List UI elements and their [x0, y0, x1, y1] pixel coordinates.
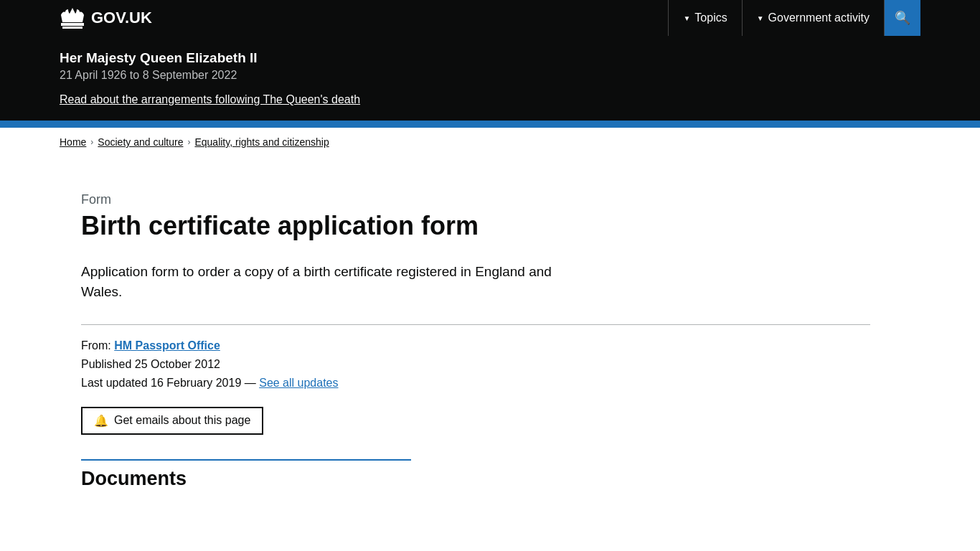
page-title: Birth certificate application form [81, 212, 612, 240]
gov-activity-button[interactable]: ▼ Government activity [743, 0, 884, 36]
breadcrumb-separator-2: › [183, 137, 194, 147]
dash-separator: — [245, 377, 259, 389]
blue-decorative-bar [0, 121, 980, 128]
content-type-label: Form [81, 192, 899, 207]
email-button-label: Get emails about this page [114, 414, 250, 427]
from-metadata: From: HM Passport Office [81, 339, 899, 352]
from-org-link[interactable]: HM Passport Office [114, 339, 220, 352]
published-date: 25 October 2012 [135, 358, 220, 370]
svg-rect-0 [61, 23, 84, 26]
topics-button[interactable]: ▼ Topics [669, 0, 741, 36]
search-button[interactable]: 🔍 [885, 0, 920, 36]
breadcrumb-item-home: Home [60, 136, 86, 148]
topics-chevron-icon: ▼ [683, 14, 690, 22]
breadcrumb-nav: Home › Society and culture › Equality, r… [0, 128, 980, 156]
see-all-updates-link[interactable]: See all updates [259, 377, 338, 389]
breadcrumb-link-society[interactable]: Society and culture [98, 136, 183, 148]
breadcrumb-separator-1: › [86, 137, 98, 147]
gov-activity-label: Government activity [768, 11, 870, 24]
queen-arrangements-link[interactable]: Read about the arrangements following Th… [60, 93, 360, 105]
last-updated-date: 16 February 2019 [151, 377, 241, 389]
gov-uk-logo[interactable]: GOV.UK [60, 6, 668, 29]
last-updated-metadata: Last updated 16 February 2019 — See all … [81, 377, 899, 390]
gov-uk-text: GOV.UK [91, 9, 152, 27]
topics-label: Topics [694, 11, 727, 24]
from-label: From: [81, 339, 111, 352]
search-icon: 🔍 [895, 10, 910, 26]
header-nav: ▼ Topics ▼ Government activity 🔍 [668, 0, 920, 36]
bell-icon: 🔔 [94, 414, 108, 428]
queen-name: Her Majesty Queen Elizabeth II [60, 50, 920, 66]
breadcrumb-link-home[interactable]: Home [60, 136, 86, 148]
breadcrumb-item-society: Society and culture [98, 136, 183, 148]
gov-activity-chevron-icon: ▼ [757, 14, 764, 22]
last-updated-label: Last updated [81, 377, 148, 389]
breadcrumb: Home › Society and culture › Equality, r… [60, 136, 920, 148]
published-label: Published [81, 358, 131, 370]
main-content: Form Birth certificate application form … [60, 156, 920, 519]
chevron-right-icon: › [90, 137, 93, 147]
breadcrumb-item-equality: Equality, rights and citizenship [194, 136, 329, 148]
queen-announcement-banner: Her Majesty Queen Elizabeth II 21 April … [0, 36, 980, 121]
queen-dates: 21 April 1926 to 8 September 2022 [60, 69, 920, 82]
email-signup-button[interactable]: 🔔 Get emails about this page [81, 407, 263, 435]
content-separator [81, 324, 870, 325]
crown-icon [60, 6, 85, 29]
svg-rect-1 [62, 27, 83, 29]
page-description: Application form to order a copy of a bi… [81, 262, 583, 303]
chevron-right-icon-2: › [187, 137, 190, 147]
published-metadata: Published 25 October 2012 [81, 358, 899, 371]
documents-heading: Documents [81, 459, 411, 490]
breadcrumb-link-equality[interactable]: Equality, rights and citizenship [194, 136, 329, 148]
site-header: GOV.UK ▼ Topics ▼ Government activity 🔍 [0, 0, 980, 36]
